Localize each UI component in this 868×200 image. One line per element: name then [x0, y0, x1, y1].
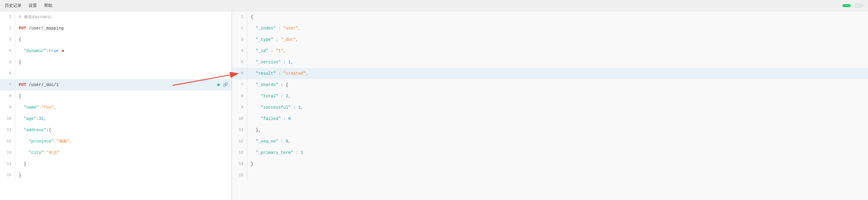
line-number: 6 [232, 68, 247, 79]
token: :{ [46, 128, 51, 133]
main-area: 1# 修改daynamic2PUT /user/_mapping3{4 "dyn… [0, 11, 868, 200]
line-separator [15, 11, 15, 23]
line-content: } [18, 57, 231, 68]
line-separator [15, 124, 15, 136]
menu-item[interactable]: 历史记录 [5, 3, 22, 8]
line-number: 7 [0, 79, 15, 90]
line-number: 4 [0, 45, 15, 57]
line-number: 3 [232, 34, 247, 45]
left-code-line: 2PUT /user/_mapping [0, 23, 231, 34]
line-separator [15, 170, 15, 181]
line-separator [247, 68, 247, 79]
app-container: 历史记录设置帮助 1# 修改daynamic2PUT /user/_mappin… [0, 0, 868, 200]
line-separator [247, 90, 247, 102]
line-separator [247, 34, 247, 45]
token: }, [251, 128, 261, 133]
line-separator [15, 68, 15, 79]
line-separator [15, 57, 15, 68]
right-code-line: 11 }, [232, 124, 868, 136]
line-number: 8 [0, 90, 15, 102]
token: } [19, 173, 21, 178]
token: ◄ [59, 49, 64, 53]
token: : { [281, 82, 288, 87]
line-separator [247, 124, 247, 136]
line-separator [15, 34, 15, 45]
line-number: 4 [232, 45, 247, 57]
menu-item[interactable]: 设置 [29, 3, 37, 8]
token: "province" [19, 139, 54, 144]
left-code-lines: 1# 修改daynamic2PUT /user/_mapping3{4 "dyn… [0, 11, 231, 200]
token: "_version" [251, 60, 283, 64]
token: { [19, 94, 21, 98]
line-separator [247, 136, 247, 147]
line-number: 15 [232, 170, 247, 181]
left-code-line: 14 } [0, 158, 231, 170]
line-separator [247, 45, 247, 57]
token: } [251, 162, 253, 166]
left-code-line: 4 "dynamic":true ◄ [0, 45, 231, 57]
line-content: PUT /user/_doc/1 [18, 79, 217, 90]
token: : 1, [293, 105, 303, 110]
token: PUT [19, 82, 29, 87]
line-separator [15, 23, 15, 34]
token: } [19, 162, 26, 166]
menu-item[interactable]: 帮助 [44, 3, 52, 8]
line-actions: ▶🔗 [217, 79, 231, 90]
left-code-line: 10 "age":32, [0, 113, 231, 124]
line-separator [15, 102, 15, 113]
line-content: "_shards" : { [250, 79, 868, 90]
left-code-line: 12 "province":"湖南", [0, 136, 231, 147]
line-number: 14 [0, 158, 15, 170]
line-content: "name":"fox", [18, 102, 231, 113]
right-code-line: 2 "_index" : "user", [232, 23, 868, 34]
token: "failed" [251, 116, 283, 121]
line-separator [247, 158, 247, 170]
line-number: 1 [0, 11, 15, 23]
token: :true [46, 49, 59, 53]
play-button[interactable]: ▶ [217, 79, 220, 90]
line-separator [247, 113, 247, 124]
token: "total" [251, 94, 281, 98]
line-content: # 修改daynamic [18, 11, 231, 23]
token: "_index" [251, 26, 278, 31]
right-code-line: 10 "failed" : 0 [232, 113, 868, 124]
line-content: } [18, 170, 231, 181]
line-content: } [18, 158, 231, 170]
token: "_shards" [251, 82, 281, 87]
line-content: "city":"长沙" [18, 147, 231, 158]
token: "dynamic" [19, 49, 46, 53]
line-number: 13 [0, 147, 15, 158]
line-separator [15, 136, 15, 147]
line-content: "_id" : "1", [250, 45, 868, 57]
token: } [19, 60, 21, 64]
right-code-line: 8 "total" : 2, [232, 90, 868, 102]
token: :"fox", [39, 105, 56, 110]
token: "age" [19, 116, 36, 121]
right-code-line: 1{ [232, 11, 868, 23]
token: "_type" [251, 37, 276, 42]
right-code-area: 1{2 "_index" : "user",3 "_type" : "_doc"… [232, 11, 868, 200]
line-content: } [250, 158, 868, 170]
line-content: "_version" : 1, [250, 57, 868, 68]
menu-bar: 历史记录设置帮助 [5, 3, 52, 8]
line-number: 5 [0, 57, 15, 68]
line-content: "age":32, [18, 113, 231, 124]
left-code-line: 9 "name":"fox", [0, 102, 231, 113]
line-content: "_index" : "user", [250, 23, 868, 34]
line-number: 3 [0, 34, 15, 45]
line-number: 2 [0, 23, 15, 34]
line-separator [15, 158, 15, 170]
token: : "user", [278, 26, 301, 31]
left-panel: 1# 修改daynamic2PUT /user/_mapping3{4 "dyn… [0, 11, 232, 200]
token: "_seq_no" [251, 139, 281, 144]
status-badge [842, 4, 851, 7]
settings-icon[interactable]: 🔗 [223, 79, 228, 90]
left-code-line: 8{ [0, 90, 231, 102]
token: /user/_doc/1 [29, 82, 59, 87]
right-code-line: 4 "_id" : "1", [232, 45, 868, 57]
status-area [842, 4, 863, 7]
line-content: "result" : "created", [250, 68, 868, 79]
line-content: "province":"湖南", [18, 136, 231, 147]
token: : "1", [271, 49, 285, 53]
right-code-line: 14} [232, 158, 868, 170]
